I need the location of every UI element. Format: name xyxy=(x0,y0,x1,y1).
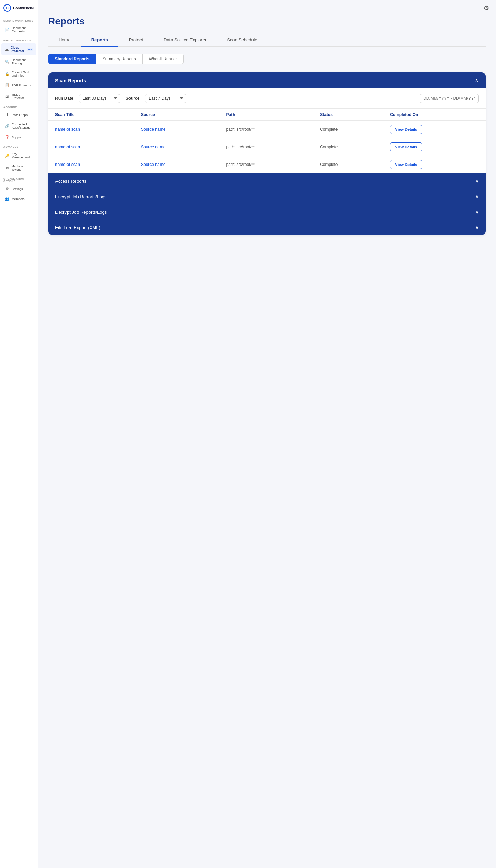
scan-title-link-1[interactable]: name of scan xyxy=(55,145,80,149)
cell-source-2: Source name xyxy=(134,156,219,173)
tab-home[interactable]: Home xyxy=(48,34,81,47)
col-path: Path xyxy=(219,109,313,121)
scan-title-link-2[interactable]: name of scan xyxy=(55,162,80,167)
cell-path-0: path: src/root/** xyxy=(219,121,313,138)
sidebar-item-key-management-label: Key Management xyxy=(12,152,33,159)
sidebar-item-pdf-protector[interactable]: 📋 PDF Protector xyxy=(1,81,36,90)
collapsible-file_tree_export[interactable]: File Tree Export (XML) ∨ xyxy=(48,220,486,235)
machine-tokens-icon: 🖥 xyxy=(5,166,9,170)
new-badge: NEW xyxy=(27,48,33,51)
subtab-summary-reports[interactable]: Summary Reports xyxy=(96,54,143,64)
col-status: Status xyxy=(313,109,383,121)
cloud-protector-icon: ☁ xyxy=(5,47,9,52)
chevron-down-icon-decrypt_job_reports: ∨ xyxy=(475,209,479,215)
col-completed-on: Completed On xyxy=(383,109,486,121)
sidebar-item-encrypt-text-label: Encrypt Text and Files xyxy=(12,71,33,77)
scan-title-link-0[interactable]: name of scan xyxy=(55,127,80,132)
sidebar-item-members-label: Members xyxy=(12,197,25,201)
logo-icon: C xyxy=(3,4,11,12)
svg-text:C: C xyxy=(6,6,8,10)
cell-completed-0: View Details xyxy=(383,121,486,138)
sub-tabs: Standard Reports Summary Reports What-If… xyxy=(48,54,486,64)
logo-text: Confidencial xyxy=(13,6,34,10)
sidebar-item-cloud-protector[interactable]: ☁ Cloud Protector NEW xyxy=(1,43,36,55)
image-protector-icon: 🖼 xyxy=(5,94,9,98)
source-link-0[interactable]: Source name xyxy=(141,127,165,132)
topbar-settings-icon[interactable]: ⚙ xyxy=(484,4,489,12)
collapsible-encrypt_job_reports[interactable]: Encrypt Job Reports/Logs ∨ xyxy=(48,189,486,204)
sidebar-item-image-protector[interactable]: 🖼 Image Protector xyxy=(1,91,36,102)
source-label: Source xyxy=(126,96,140,101)
cell-scan-title-1: name of scan xyxy=(48,138,134,156)
collapsible-title-access_reports: Access Reports xyxy=(55,179,86,184)
sidebar-item-document-requests-label: Document Requests xyxy=(12,26,33,33)
sidebar-item-connected-apps[interactable]: 🔗 Connected Apps/Storage xyxy=(1,120,36,132)
sidebar-item-settings-label: Settings xyxy=(12,187,23,191)
content-area: Reports Home Reports Protect Data Source… xyxy=(38,16,496,249)
sidebar-item-install-apps-label: Install Apps xyxy=(12,113,28,117)
sidebar-item-machine-tokens[interactable]: 🖥 Machine Tokens xyxy=(1,162,36,174)
cell-completed-2: View Details xyxy=(383,156,486,173)
sidebar-item-pdf-protector-label: PDF Protector xyxy=(12,84,31,87)
cell-source-0: Source name xyxy=(134,121,219,138)
sidebar-item-support[interactable]: ❓ Support xyxy=(1,133,36,142)
encrypt-text-icon: 🔒 xyxy=(5,72,10,76)
document-tracing-icon: 🔍 xyxy=(5,60,10,64)
sidebar-item-members[interactable]: 👥 Members xyxy=(1,194,36,203)
source-link-2[interactable]: Source name xyxy=(141,162,165,167)
key-management-icon: 🔑 xyxy=(5,154,10,158)
collapsible-decrypt_job_reports[interactable]: Decrypt Job Reports/Logs ∨ xyxy=(48,204,486,220)
document-requests-icon: 📄 xyxy=(5,28,10,32)
table-row: name of scan Source name path: src/root/… xyxy=(48,138,486,156)
tab-reports[interactable]: Reports xyxy=(81,34,118,47)
view-details-btn-2[interactable]: View Details xyxy=(390,160,422,169)
sidebar-item-machine-tokens-label: Machine Tokens xyxy=(11,165,33,171)
tab-data-source-explorer[interactable]: Data Source Explorer xyxy=(153,34,217,47)
cell-path-1: path: src/root/** xyxy=(219,138,313,156)
source-link-1[interactable]: Source name xyxy=(141,145,165,149)
sidebar-item-key-management[interactable]: 🔑 Key Management xyxy=(1,150,36,161)
reports-card: Scan Reports ∧ Run Date Last 30 Days Las… xyxy=(48,72,486,235)
view-details-btn-1[interactable]: View Details xyxy=(390,142,422,151)
sidebar-item-document-requests[interactable]: 📄 Document Requests xyxy=(1,24,36,35)
view-details-btn-0[interactable]: View Details xyxy=(390,125,422,134)
main-content: ⚙ Reports Home Reports Protect Data Sour… xyxy=(38,0,496,868)
section-secure-label: Secure Workflows xyxy=(0,16,38,23)
cell-completed-1: View Details xyxy=(383,138,486,156)
chevron-down-icon-file_tree_export: ∨ xyxy=(475,225,479,230)
cell-status-1: Complete xyxy=(313,138,383,156)
date-range-input[interactable] xyxy=(420,94,479,103)
chevron-down-icon-access_reports: ∨ xyxy=(475,178,479,184)
subtab-standard-reports[interactable]: Standard Reports xyxy=(48,54,96,64)
page-title: Reports xyxy=(48,16,486,27)
section-protection-label: Protection Tools xyxy=(0,36,38,43)
table-row: name of scan Source name path: src/root/… xyxy=(48,156,486,173)
run-date-select[interactable]: Last 30 Days Last 7 Days Last 90 Days Al… xyxy=(79,94,120,103)
source-select[interactable]: Last 7 Days Last 30 Days All Sources xyxy=(145,94,186,103)
sidebar-item-support-label: Support xyxy=(12,136,23,139)
scan-table: Scan Title Source Path Status Completed … xyxy=(48,109,486,173)
sidebar-item-document-tracing[interactable]: 🔍 Document Tracing xyxy=(1,56,36,67)
cell-path-2: path: src/root/** xyxy=(219,156,313,173)
sidebar-item-settings[interactable]: ⚙ Settings xyxy=(1,184,36,193)
section-account-label: Account xyxy=(0,103,38,110)
table-row: name of scan Source name path: src/root/… xyxy=(48,121,486,138)
scan-reports-title: Scan Reports xyxy=(55,78,86,83)
settings-icon: ⚙ xyxy=(5,187,10,191)
install-apps-icon: ⬇ xyxy=(5,113,10,117)
subtab-whatif-runner[interactable]: What-If Runner xyxy=(142,54,183,64)
col-scan-title: Scan Title xyxy=(48,109,134,121)
tab-protect[interactable]: Protect xyxy=(118,34,153,47)
sidebar-item-encrypt-text[interactable]: 🔒 Encrypt Text and Files xyxy=(1,68,36,80)
pdf-protector-icon: 📋 xyxy=(5,83,10,87)
cell-status-0: Complete xyxy=(313,121,383,138)
sidebar-item-cloud-protector-label: Cloud Protector xyxy=(11,46,24,53)
cell-source-1: Source name xyxy=(134,138,219,156)
sidebar-item-install-apps[interactable]: ⬇ Install Apps xyxy=(1,110,36,119)
scan-reports-section-header[interactable]: Scan Reports ∧ xyxy=(48,72,486,88)
chevron-down-icon-encrypt_job_reports: ∨ xyxy=(475,194,479,199)
collapsible-access_reports[interactable]: Access Reports ∨ xyxy=(48,173,486,189)
run-date-label: Run Date xyxy=(55,96,73,101)
collapsible-title-decrypt_job_reports: Decrypt Job Reports/Logs xyxy=(55,210,107,215)
tab-scan-schedule[interactable]: Scan Schedule xyxy=(217,34,267,47)
